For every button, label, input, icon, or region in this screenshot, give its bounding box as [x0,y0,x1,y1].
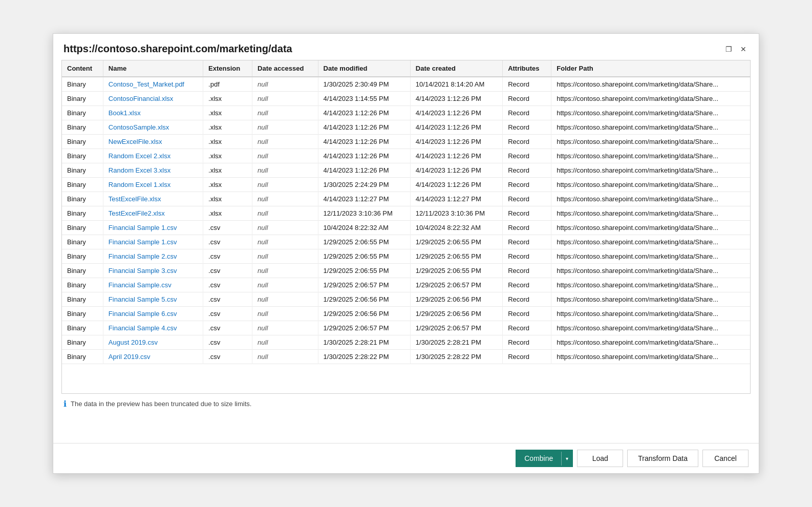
table-cell: 1/29/2025 2:06:57 PM [410,278,502,292]
col-header-folder-path: Folder Path [551,60,750,77]
table-cell: Binary [62,221,103,235]
table-cell: 1/29/2025 2:06:55 PM [410,249,502,264]
table-cell: 1/29/2025 2:06:55 PM [410,264,502,278]
table-cell: Record [503,192,551,206]
table-cell: 4/14/2023 1:12:26 PM [410,178,502,192]
table-cell: null [252,249,318,264]
table-cell: Record [503,249,551,264]
table-cell: https://contoso.sharepoint.com/marketing… [551,321,750,335]
table-cell: 1/30/2025 2:28:22 PM [410,350,502,364]
table-row: BinaryFinancial Sample 6.csv.csvnull1/29… [62,307,750,321]
table-cell: August 2019.csv [103,335,203,350]
table-cell: 4/14/2023 1:12:26 PM [410,92,502,106]
table-cell: .pdf [203,77,252,92]
info-message: The data in the preview has been truncat… [71,400,251,408]
window-controls: ❐ ✕ [723,44,749,54]
col-header-name: Name [103,60,203,77]
table-cell: 4/14/2023 1:12:26 PM [318,106,410,120]
table-cell: https://contoso.sharepoint.com/marketing… [551,77,750,92]
table-cell: https://contoso.sharepoint.com/marketing… [551,178,750,192]
table-cell: 4/14/2023 1:12:26 PM [410,163,502,178]
table-cell: Record [503,264,551,278]
table-cell: Binary [62,92,103,106]
table-row: BinaryFinancial Sample 1.csv.csvnull10/4… [62,221,750,235]
combine-button[interactable]: Combine ▾ [516,450,573,467]
table-cell: Record [503,235,551,249]
table-cell: https://contoso.sharepoint.com/marketing… [551,106,750,120]
table-cell: 4/14/2023 1:12:27 PM [410,192,502,206]
table-cell: https://contoso.sharepoint.com/marketing… [551,135,750,149]
transform-data-button[interactable]: Transform Data [627,450,698,467]
table-cell: 1/30/2025 2:28:21 PM [318,335,410,350]
table-cell: Record [503,77,551,92]
table-cell: Financial Sample 1.csv [103,235,203,249]
table-cell: 4/14/2023 1:12:26 PM [410,135,502,149]
col-header-extension: Extension [203,60,252,77]
cancel-button[interactable]: Cancel [702,450,749,467]
table-cell: null [252,192,318,206]
table-cell: Binary [62,206,103,221]
table-cell: ContosoFinancial.xlsx [103,92,203,106]
footer: Combine ▾ Load Transform Data Cancel [53,443,759,473]
table-cell: null [252,264,318,278]
table-row: BinaryContoso_Test_Market.pdf.pdfnull1/3… [62,77,750,92]
table-cell: .csv [203,235,252,249]
spacer [53,414,759,443]
info-icon: ℹ [63,399,67,409]
table-cell: 4/14/2023 1:12:26 PM [410,149,502,163]
table-cell: null [252,163,318,178]
table-row: BinaryFinancial Sample 2.csv.csvnull1/29… [62,249,750,264]
table-cell: https://contoso.sharepoint.com/marketing… [551,235,750,249]
col-header-content: Content [62,60,103,77]
table-cell: Record [503,120,551,135]
table-cell: null [252,120,318,135]
table-cell: Random Excel 1.xlsx [103,178,203,192]
table-cell: 10/4/2024 8:22:32 AM [410,221,502,235]
table-cell: Binary [62,149,103,163]
table-cell: 1/29/2025 2:06:55 PM [318,264,410,278]
table-cell: Contoso_Test_Market.pdf [103,77,203,92]
table-cell: 1/30/2025 2:30:49 PM [318,77,410,92]
data-table-container: Content Name Extension Date accessed Dat… [61,60,751,394]
table-row: BinaryContosoSample.xlsx.xlsxnull4/14/20… [62,120,750,135]
table-cell: 4/14/2023 1:12:26 PM [318,135,410,149]
table-cell: 4/14/2023 1:12:27 PM [318,192,410,206]
table-cell: 4/14/2023 1:12:26 PM [318,120,410,135]
table-cell: Financial Sample 4.csv [103,321,203,335]
table-cell: .csv [203,350,252,364]
combine-label[interactable]: Combine [516,450,561,467]
table-cell: 1/30/2025 2:24:29 PM [318,178,410,192]
table-cell: .csv [203,221,252,235]
load-button[interactable]: Load [577,450,623,467]
table-cell: April 2019.csv [103,350,203,364]
table-cell: Financial Sample 2.csv [103,249,203,264]
table-cell: https://contoso.sharepoint.com/marketing… [551,206,750,221]
table-cell: 1/29/2025 2:06:55 PM [410,235,502,249]
combine-dropdown-arrow[interactable]: ▾ [561,452,572,466]
table-cell: Random Excel 3.xlsx [103,163,203,178]
table-cell: TestExcelFile.xlsx [103,192,203,206]
table-cell: 1/29/2025 2:06:57 PM [410,321,502,335]
table-cell: Binary [62,350,103,364]
col-header-attributes: Attributes [503,60,551,77]
table-cell: 1/29/2025 2:06:56 PM [318,307,410,321]
restore-button[interactable]: ❐ [723,44,734,54]
table-cell: .csv [203,249,252,264]
table-cell: TestExcelFile2.xlsx [103,206,203,221]
table-cell: Random Excel 2.xlsx [103,149,203,163]
table-cell: Record [503,135,551,149]
table-cell: Binary [62,307,103,321]
table-cell: Record [503,350,551,364]
table-row: BinaryFinancial Sample 3.csv.csvnull1/29… [62,264,750,278]
table-cell: 1/30/2025 2:28:21 PM [410,335,502,350]
table-row: BinaryTestExcelFile.xlsx.xlsxnull4/14/20… [62,192,750,206]
col-header-date-accessed: Date accessed [252,60,318,77]
table-cell: null [252,206,318,221]
close-button[interactable]: ✕ [738,44,749,54]
main-dialog: https://contoso.sharepoint.com/marketing… [53,33,759,474]
table-cell: null [252,178,318,192]
table-cell: null [252,221,318,235]
table-cell: .xlsx [203,178,252,192]
table-cell: https://contoso.sharepoint.com/marketing… [551,192,750,206]
table-row: BinaryApril 2019.csv.csvnull1/30/2025 2:… [62,350,750,364]
